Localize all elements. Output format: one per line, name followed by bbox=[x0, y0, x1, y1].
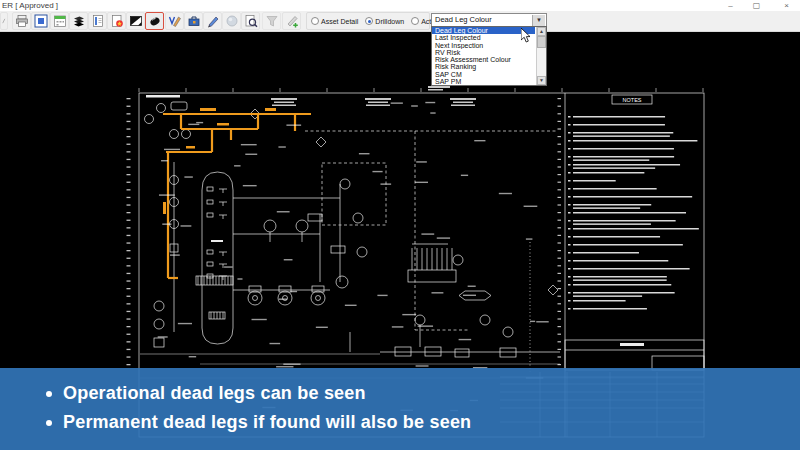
document-ruler-icon[interactable] bbox=[88, 12, 107, 30]
drawing-canvas[interactable]: NOTES Operational dead legs can b bbox=[0, 32, 800, 450]
toolbox-icon[interactable] bbox=[184, 12, 203, 30]
chevron-down-icon[interactable]: ▼ bbox=[532, 15, 545, 26]
search-document-icon[interactable] bbox=[241, 12, 260, 30]
list-option-sap-cm[interactable]: SAP CM bbox=[432, 71, 535, 78]
filter-icon[interactable] bbox=[262, 12, 281, 30]
minimize-button[interactable]: – bbox=[723, 0, 738, 11]
close-button[interactable]: × bbox=[779, 0, 794, 11]
title-bar: ER [ Approved ] – ▢ × bbox=[0, 0, 800, 11]
fit-page-icon[interactable] bbox=[31, 12, 50, 30]
radio-label: Drilldown bbox=[375, 18, 404, 25]
list-option-sap-pm[interactable]: SAP PM bbox=[432, 78, 535, 85]
annotate-add-icon[interactable] bbox=[282, 12, 301, 30]
bullet-icon bbox=[46, 391, 52, 397]
radio-circle-icon[interactable] bbox=[311, 17, 319, 25]
mode-radio-drilldown[interactable]: Drilldown bbox=[365, 17, 404, 25]
list-option-risk-ranking[interactable]: Risk Ranking bbox=[432, 63, 535, 70]
notes-title: NOTES bbox=[623, 97, 642, 103]
listbox-scrollbar[interactable]: ▲ ▼ bbox=[536, 27, 546, 85]
banner-line: Operational dead legs can be seen bbox=[46, 379, 800, 408]
info-banner: Operational dead legs can be seenPermane… bbox=[0, 368, 800, 450]
scroll-down-icon[interactable]: ▼ bbox=[537, 76, 546, 85]
banner-line: Permanent dead legs if found will also b… bbox=[46, 408, 800, 437]
list-option-next-inspection[interactable]: Next Inspection bbox=[432, 42, 535, 49]
application-window: ER [ Approved ] – ▢ × Asset DetailDrilld… bbox=[0, 0, 800, 450]
toolbar: Asset DetailDrilldownAction Dead Leg Col… bbox=[0, 11, 800, 32]
document-star-icon[interactable] bbox=[107, 12, 126, 30]
layers-icon[interactable] bbox=[69, 12, 88, 30]
mouse-cursor bbox=[521, 28, 533, 44]
dead-leg-highlight bbox=[163, 108, 311, 278]
scrollbar-thumb[interactable] bbox=[537, 36, 546, 48]
mode-radio-asset-detail[interactable]: Asset Detail bbox=[311, 17, 358, 25]
bullet-icon bbox=[46, 420, 52, 426]
edge-partial-icon[interactable] bbox=[0, 12, 8, 30]
list-option-rv-risk[interactable]: RV Risk bbox=[432, 49, 535, 56]
list-option-last-inspected[interactable]: Last Inspected bbox=[432, 34, 535, 41]
window-title: ER [ Approved ] bbox=[2, 1, 58, 10]
scroll-up-icon[interactable]: ▲ bbox=[537, 27, 546, 36]
blue-pen-icon[interactable] bbox=[203, 12, 222, 30]
combobox-value: Dead Leg Colour bbox=[435, 15, 492, 24]
calendar-icon[interactable] bbox=[50, 12, 69, 30]
mode-radio-group: Asset DetailDrilldownAction bbox=[306, 12, 430, 30]
list-option-risk-assessment-colour[interactable]: Risk Assessment Colour bbox=[432, 56, 535, 63]
ellipse-tool-icon[interactable] bbox=[145, 12, 164, 30]
print-icon[interactable] bbox=[12, 12, 31, 30]
radio-label: Asset Detail bbox=[321, 18, 358, 25]
sphere-icon[interactable] bbox=[222, 12, 241, 30]
radio-circle-icon[interactable] bbox=[365, 17, 373, 25]
maximize-button[interactable]: ▢ bbox=[749, 0, 764, 11]
radio-circle-icon[interactable] bbox=[411, 17, 419, 25]
contrast-icon[interactable] bbox=[126, 12, 145, 30]
signature-pen-icon[interactable] bbox=[165, 12, 184, 30]
list-option-dead-leg-colour[interactable]: Dead Leg Colour bbox=[432, 27, 535, 34]
banner-list: Operational dead legs can be seenPermane… bbox=[0, 368, 800, 437]
